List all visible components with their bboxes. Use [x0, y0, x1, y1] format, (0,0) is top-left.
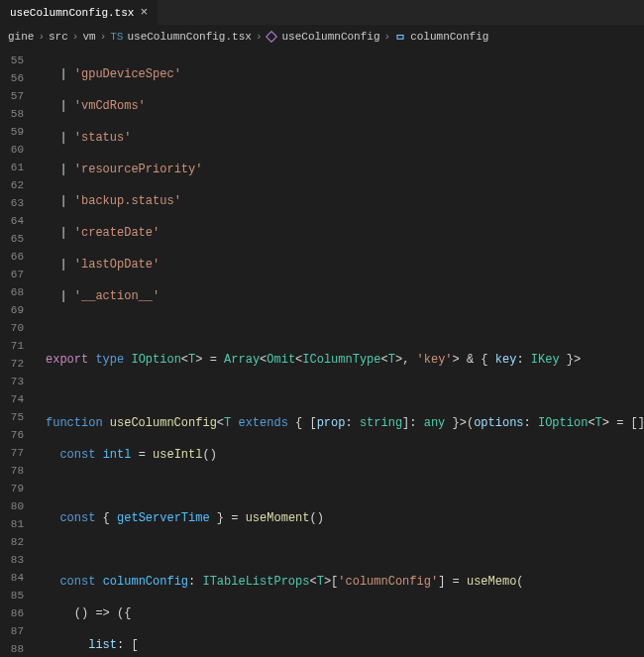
code-token: 'lastOpDate': [74, 258, 160, 272]
line-number: 64: [0, 212, 24, 230]
line-number: 70: [0, 319, 24, 337]
code-token: 'backup.status': [74, 194, 181, 208]
method-icon: [266, 31, 277, 43]
line-number: 57: [0, 87, 24, 105]
svg-rect-0: [267, 32, 277, 43]
code-content[interactable]: | 'gpuDeviceSpec' | 'vmCdRoms' | 'status…: [34, 48, 644, 657]
line-number: 55: [0, 52, 24, 69]
chevron-right-icon: ›: [256, 31, 263, 43]
line-number: 58: [0, 105, 24, 123]
svg-rect-1: [397, 36, 403, 40]
line-number: 73: [0, 373, 24, 390]
line-number: 63: [0, 194, 24, 212]
line-number: 79: [0, 480, 24, 497]
line-number: 71: [0, 337, 24, 355]
ts-file-icon: TS: [110, 31, 123, 43]
line-number: 62: [0, 176, 24, 194]
line-number: 80: [0, 497, 24, 515]
crumb-vm[interactable]: vm: [82, 31, 95, 43]
line-number: 86: [0, 604, 24, 622]
field-icon: [394, 31, 406, 43]
line-number: 87: [0, 622, 24, 640]
line-number: 65: [0, 230, 24, 248]
tab-bar: useColumnConfig.tsx ×: [0, 0, 644, 26]
line-number: 67: [0, 266, 24, 283]
line-number: 66: [0, 248, 24, 266]
line-number: 78: [0, 462, 24, 480]
crumb-root[interactable]: gine: [8, 31, 34, 43]
breadcrumb: gine › src › vm › TS useColumnConfig.tsx…: [0, 26, 644, 48]
line-number: 88: [0, 640, 24, 657]
code-token: '__action__': [74, 289, 160, 303]
close-icon[interactable]: ×: [140, 6, 148, 19]
chevron-right-icon: ›: [72, 31, 79, 43]
line-number: 59: [0, 123, 24, 141]
code-token: 'status': [74, 131, 132, 145]
chevron-right-icon: ›: [38, 31, 45, 43]
tab-usecolumnconfig[interactable]: useColumnConfig.tsx ×: [0, 0, 159, 25]
code-token: 'createDate': [74, 226, 160, 240]
line-number: 81: [0, 515, 24, 533]
line-number: 61: [0, 159, 24, 176]
crumb-src[interactable]: src: [49, 31, 68, 43]
chevron-right-icon: ›: [384, 31, 391, 43]
crumb-fn[interactable]: useColumnConfig: [281, 31, 379, 43]
code-token: 'resourcePriority': [74, 163, 203, 176]
line-number: 82: [0, 533, 24, 551]
line-gutter: 5556575859606162636465666768697071727374…: [0, 48, 34, 657]
crumb-file[interactable]: useColumnConfig.tsx: [127, 31, 251, 43]
line-number: 77: [0, 444, 24, 462]
line-number: 72: [0, 355, 24, 373]
line-number: 74: [0, 390, 24, 408]
line-number: 69: [0, 301, 24, 319]
code-line: [46, 319, 644, 337]
line-number: 60: [0, 141, 24, 159]
code-token: 'gpuDeviceSpec': [74, 67, 181, 81]
tab-title: useColumnConfig.tsx: [10, 7, 134, 19]
line-number: 56: [0, 69, 24, 87]
line-number: 76: [0, 426, 24, 444]
chevron-right-icon: ›: [100, 31, 107, 43]
line-number: 83: [0, 551, 24, 569]
line-number: 85: [0, 587, 24, 604]
line-number: 75: [0, 408, 24, 426]
code-token: 'vmCdRoms': [74, 99, 146, 113]
crumb-var[interactable]: columnConfig: [410, 31, 488, 43]
line-number: 68: [0, 283, 24, 301]
editor-area[interactable]: 5556575859606162636465666768697071727374…: [0, 48, 644, 657]
line-number: 84: [0, 569, 24, 587]
